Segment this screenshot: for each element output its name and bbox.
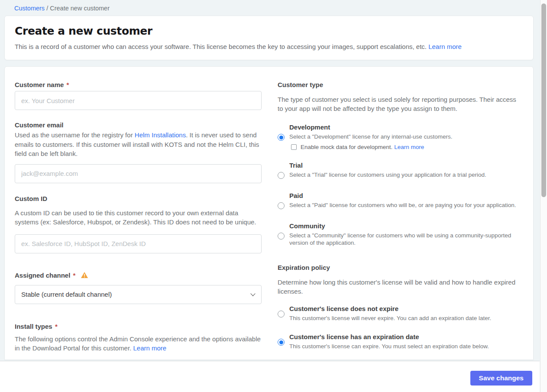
customer-email-label: Customer email	[15, 121, 262, 129]
option-heading: Customer's license has an expiration dat…	[289, 333, 517, 340]
customer-name-input[interactable]	[15, 91, 262, 110]
page-title: Create a new customer	[15, 25, 519, 37]
radio-community[interactable]	[278, 233, 285, 240]
radio-trial[interactable]	[278, 172, 285, 179]
form-right-column: Customer type The type of customer you s…	[278, 81, 517, 360]
customer-type-option-paid: Paid Select a "Paid" license for custome…	[278, 192, 517, 211]
radio-license-does-not-expire[interactable]	[278, 311, 285, 317]
customer-email-description: Used as the username for the registry fo…	[15, 130, 262, 159]
option-description: This customer's license can expire. You …	[289, 343, 517, 350]
option-description: Select a "Trial" license for customers u…	[289, 171, 517, 178]
breadcrumb: Customers / Create new customer	[0, 0, 547, 12]
option-description: Select a "Community" license for custome…	[289, 232, 517, 246]
option-heading: Customer's license does not expire	[289, 305, 517, 312]
scrollbar-thumb[interactable]	[541, 3, 546, 197]
option-description: Select a "Paid" license for customers wh…	[289, 201, 517, 209]
mock-data-checkbox-label: Enable mock data for development. Learn …	[301, 144, 424, 150]
warning-triangle-icon	[81, 272, 88, 279]
breadcrumb-link-customers[interactable]: Customers	[14, 5, 45, 12]
option-description: Select a "Development" license for any i…	[289, 133, 517, 140]
customer-email-input[interactable]	[15, 164, 262, 183]
install-types-learn-more-link[interactable]: Learn more	[133, 344, 166, 352]
customer-type-option-development: Development Select a "Development" licen…	[278, 123, 517, 150]
expiration-option-has-date: Customer's license has an expiration dat…	[278, 333, 517, 350]
footer-action-bar: Save changes	[0, 361, 540, 392]
breadcrumb-separator: /	[45, 5, 50, 12]
customer-type-option-trial: Trial Select a "Trial" license for custo…	[278, 162, 517, 181]
checkbox-enable-mock-data[interactable]	[291, 144, 297, 150]
mock-data-checkbox-row: Enable mock data for development. Learn …	[289, 144, 517, 150]
scrollbar[interactable]	[540, 0, 547, 392]
radio-development[interactable]	[278, 134, 285, 141]
customer-type-option-community: Community Select a "Community" license f…	[278, 222, 517, 246]
customer-form-card: Customer name * Customer email Used as t…	[4, 66, 534, 360]
form-left-column: Customer name * Customer email Used as t…	[15, 81, 262, 360]
customer-type-description: The type of customer you select is used …	[278, 95, 517, 113]
required-asterisk: *	[55, 323, 58, 330]
install-types-label: Install types *	[15, 323, 262, 330]
option-heading: Community	[289, 222, 517, 230]
customer-name-label: Customer name *	[15, 81, 262, 88]
save-changes-button[interactable]: Save changes	[470, 371, 532, 386]
expiration-option-no-expire: Customer's license does not expire This …	[278, 305, 517, 322]
radio-paid[interactable]	[278, 202, 285, 209]
option-heading: Paid	[289, 192, 517, 199]
breadcrumb-current: Create new customer	[50, 5, 110, 12]
expiration-policy-label: Expiration policy	[278, 264, 517, 271]
option-heading: Trial	[289, 162, 517, 169]
custom-id-description: A custom ID can be used to tie this cust…	[15, 208, 262, 227]
assigned-channel-label: Assigned channel *	[15, 272, 262, 279]
required-asterisk: *	[67, 81, 69, 88]
required-asterisk: *	[73, 272, 76, 279]
option-description: This customer's license will never expir…	[289, 314, 517, 322]
custom-id-label: Custom ID	[15, 195, 262, 202]
custom-id-input[interactable]	[15, 234, 262, 253]
page-description-text: This is a record of a customer who can a…	[15, 43, 428, 50]
mock-data-learn-more-link[interactable]: Learn more	[394, 144, 424, 150]
header-learn-more-link[interactable]: Learn more	[428, 43, 462, 50]
assigned-channel-select[interactable]: Stable (current default channel)	[15, 285, 262, 304]
page-description: This is a record of a customer who can a…	[15, 43, 519, 50]
option-heading: Development	[289, 123, 517, 131]
expiration-policy-description: Determine how long this customer's licen…	[278, 278, 517, 296]
radio-license-has-expiration-date[interactable]	[278, 339, 285, 346]
helm-installations-link[interactable]: Helm Installations	[135, 131, 186, 139]
header-card: Create a new customer This is a record o…	[4, 16, 534, 60]
customer-type-label: Customer type	[278, 81, 517, 88]
install-types-description: The following options control the Admin …	[15, 334, 262, 353]
